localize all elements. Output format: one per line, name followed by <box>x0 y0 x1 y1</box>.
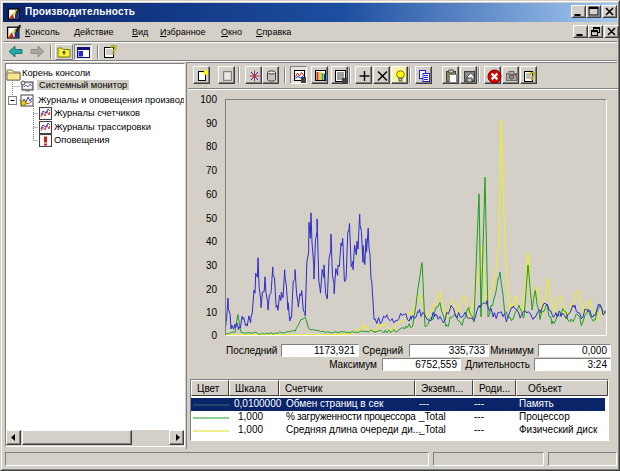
svg-text:?: ? <box>110 44 117 57</box>
svg-text:?: ? <box>529 70 536 82</box>
